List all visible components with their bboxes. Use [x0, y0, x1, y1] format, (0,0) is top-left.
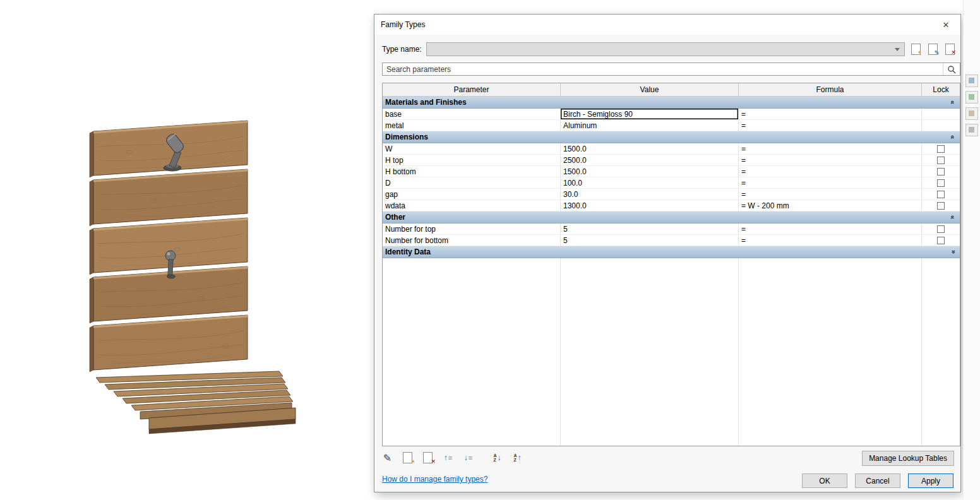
- parameter-name-cell[interactable]: metal: [383, 120, 561, 131]
- lock-checkbox[interactable]: [937, 179, 945, 187]
- edit-parameter-button[interactable]: ✎: [379, 450, 395, 465]
- arrow-down-icon: ↓: [464, 453, 468, 462]
- lock-cell[interactable]: [922, 109, 960, 120]
- arrow-up-icon: ↑: [518, 453, 522, 462]
- type-name-row: Type name: ✶ ✎ ✕: [382, 42, 955, 56]
- param-row-h-top: H top2500.0=: [383, 155, 960, 166]
- apply-button[interactable]: Apply: [908, 473, 953, 488]
- help-link[interactable]: How do I manage family types?: [382, 475, 487, 484]
- parameter-name-cell[interactable]: D: [383, 177, 561, 189]
- value-cell[interactable]: 5: [561, 223, 739, 235]
- close-button[interactable]: ✕: [931, 15, 960, 35]
- collapse-chevron-icon[interactable]: «: [949, 215, 957, 219]
- value-cell[interactable]: 5: [561, 235, 739, 246]
- lock-cell[interactable]: [922, 177, 960, 189]
- manage-lookup-tables-button[interactable]: Manage Lookup Tables: [862, 451, 954, 466]
- ok-button[interactable]: OK: [802, 473, 847, 488]
- formula-cell[interactable]: =: [739, 109, 922, 120]
- group-header-dimensions[interactable]: Dimensions«: [383, 131, 960, 143]
- column-header-value: Value: [561, 83, 739, 96]
- move-down-button[interactable]: ↓ ≡: [460, 450, 476, 465]
- lock-cell[interactable]: [922, 143, 960, 155]
- model-3d-preview[interactable]: [0, 0, 354, 500]
- formula-cell[interactable]: =: [739, 177, 922, 189]
- side-toolbar-icon[interactable]: [965, 74, 978, 87]
- star-icon: ✶: [917, 50, 922, 56]
- lock-cell[interactable]: [922, 235, 960, 246]
- lock-cell[interactable]: [922, 155, 960, 166]
- value-cell[interactable]: 1500.0: [561, 143, 739, 155]
- formula-cell[interactable]: =: [739, 166, 922, 177]
- search-icon[interactable]: [943, 63, 960, 75]
- formula-cell[interactable]: =: [739, 223, 922, 235]
- formula-cell[interactable]: = W - 200 mm: [739, 200, 922, 211]
- parameter-name-cell[interactable]: wdata: [383, 200, 561, 211]
- formula-cell[interactable]: =: [739, 143, 922, 155]
- dialog-title: Family Types: [374, 20, 425, 29]
- group-header-identity-data[interactable]: Identity Data«: [383, 246, 960, 258]
- side-toolbar-icon[interactable]: [965, 91, 978, 104]
- type-name-select[interactable]: [426, 42, 905, 56]
- value-cell[interactable]: Aluminum: [561, 120, 739, 131]
- rename-type-button[interactable]: ✎: [926, 42, 939, 56]
- list-lines-icon: ≡: [469, 454, 472, 461]
- column-header-lock: Lock: [922, 83, 960, 96]
- value-cell[interactable]: 30.0: [561, 189, 739, 200]
- parameter-toolbar: ✎ ✶ ✕ ↑ ≡ ↓ ≡ AZ ↓ AZ ↑: [379, 450, 525, 465]
- lock-cell[interactable]: [922, 189, 960, 200]
- expand-chevron-icon[interactable]: «: [949, 250, 957, 254]
- lock-checkbox[interactable]: [937, 168, 945, 176]
- formula-cell[interactable]: =: [739, 189, 922, 200]
- group-header-materials-and-finishes[interactable]: Materials and Finishes«: [383, 97, 960, 109]
- lock-cell[interactable]: [922, 200, 960, 211]
- move-up-button[interactable]: ↑ ≡: [440, 450, 456, 465]
- collapse-chevron-icon[interactable]: «: [949, 100, 957, 104]
- collapse-chevron-icon[interactable]: «: [949, 135, 957, 139]
- sort-descending-button[interactable]: AZ ↑: [510, 450, 525, 465]
- formula-cell[interactable]: =: [739, 155, 922, 166]
- group-header-other[interactable]: Other«: [383, 211, 960, 223]
- value-cell-editing[interactable]: Birch - Semigloss 90: [561, 109, 739, 120]
- side-toolbar-icon[interactable]: [965, 124, 978, 136]
- parameter-name-cell[interactable]: H top: [383, 155, 561, 166]
- family-types-table-rows: Materials and Finishes«baseBirch - Semig…: [383, 97, 960, 258]
- sort-ascending-button[interactable]: AZ ↓: [489, 450, 505, 465]
- group-title: Materials and Finishes: [385, 98, 467, 107]
- lock-checkbox[interactable]: [937, 202, 945, 210]
- parameter-name-cell[interactable]: Number for bottom: [383, 235, 561, 246]
- delete-type-button[interactable]: ✕: [943, 42, 956, 56]
- search-parameters-input[interactable]: [383, 65, 943, 74]
- value-cell[interactable]: 1300.0: [561, 200, 739, 211]
- type-name-label: Type name:: [382, 45, 426, 54]
- lock-cell[interactable]: [922, 166, 960, 177]
- side-panel-edge: [963, 0, 980, 500]
- value-cell[interactable]: 2500.0: [561, 155, 739, 166]
- list-lines-icon: ≡: [448, 454, 452, 461]
- new-parameter-button[interactable]: ✶: [400, 450, 415, 465]
- group-title: Identity Data: [385, 247, 431, 256]
- parameter-name-cell[interactable]: H bottom: [383, 166, 561, 177]
- column-header-parameter: Parameter: [383, 83, 561, 96]
- parameter-name-cell[interactable]: gap: [383, 189, 561, 200]
- formula-cell[interactable]: =: [739, 120, 922, 131]
- formula-cell[interactable]: =: [739, 235, 922, 246]
- value-cell[interactable]: 1500.0: [561, 166, 739, 177]
- lock-checkbox[interactable]: [937, 237, 945, 244]
- param-row-metal: metalAluminum=: [383, 120, 960, 131]
- dialog-titlebar[interactable]: Family Types ✕: [374, 15, 960, 35]
- parameter-name-cell[interactable]: base: [383, 109, 561, 120]
- lock-checkbox[interactable]: [937, 157, 945, 164]
- lock-checkbox[interactable]: [937, 191, 945, 198]
- lock-checkbox[interactable]: [937, 225, 945, 233]
- lock-cell[interactable]: [922, 120, 960, 131]
- new-type-button[interactable]: ✶: [909, 42, 922, 56]
- value-cell[interactable]: 100.0: [561, 177, 739, 189]
- delete-cross-icon: ✕: [431, 459, 436, 465]
- cancel-button[interactable]: Cancel: [855, 473, 900, 488]
- lock-checkbox[interactable]: [937, 145, 945, 153]
- side-toolbar-icon[interactable]: [965, 107, 978, 120]
- parameter-name-cell[interactable]: Number for top: [383, 223, 561, 235]
- parameter-name-cell[interactable]: W: [383, 143, 561, 155]
- delete-parameter-button[interactable]: ✕: [420, 450, 436, 465]
- lock-cell[interactable]: [922, 223, 960, 235]
